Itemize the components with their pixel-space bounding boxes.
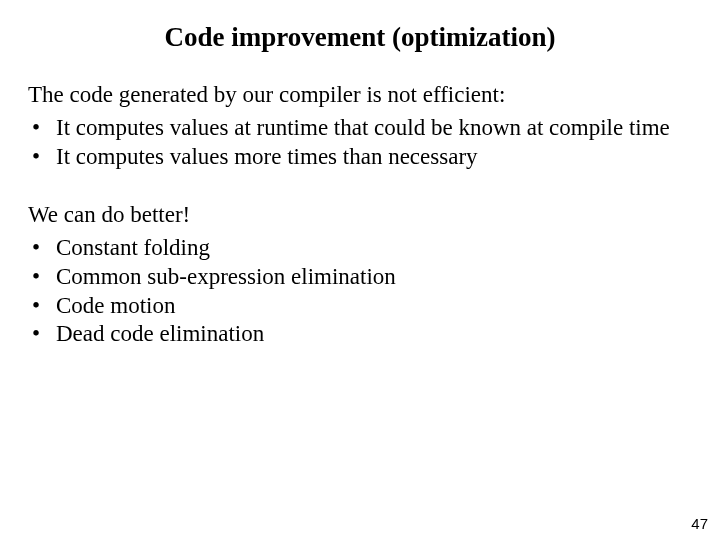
list-item: • Constant folding — [28, 234, 692, 263]
list-item-text: Constant folding — [56, 235, 210, 260]
intro-paragraph-1: The code generated by our compiler is no… — [28, 81, 692, 110]
bullet-icon: • — [32, 263, 40, 292]
list-item: • Common sub-expression elimination — [28, 263, 692, 292]
bullet-icon: • — [32, 320, 40, 349]
intro-paragraph-2: We can do better! — [28, 201, 692, 230]
list-item-text: Code motion — [56, 293, 175, 318]
list-item-text: It computes values at runtime that could… — [56, 115, 670, 140]
problem-list: • It computes values at runtime that cou… — [28, 114, 692, 172]
slide: Code improvement (optimization) The code… — [0, 0, 720, 540]
list-item: • It computes values more times than nec… — [28, 143, 692, 172]
page-number: 47 — [691, 515, 708, 532]
bullet-icon: • — [32, 114, 40, 143]
bullet-icon: • — [32, 143, 40, 172]
solution-list: • Constant folding • Common sub-expressi… — [28, 234, 692, 349]
list-item-text: It computes values more times than neces… — [56, 144, 478, 169]
bullet-icon: • — [32, 292, 40, 321]
bullet-icon: • — [32, 234, 40, 263]
list-item-text: Common sub-expression elimination — [56, 264, 396, 289]
list-item: • Dead code elimination — [28, 320, 692, 349]
slide-body: The code generated by our compiler is no… — [28, 81, 692, 349]
slide-title: Code improvement (optimization) — [28, 22, 692, 53]
list-item: • It computes values at runtime that cou… — [28, 114, 692, 143]
list-item: • Code motion — [28, 292, 692, 321]
list-item-text: Dead code elimination — [56, 321, 264, 346]
